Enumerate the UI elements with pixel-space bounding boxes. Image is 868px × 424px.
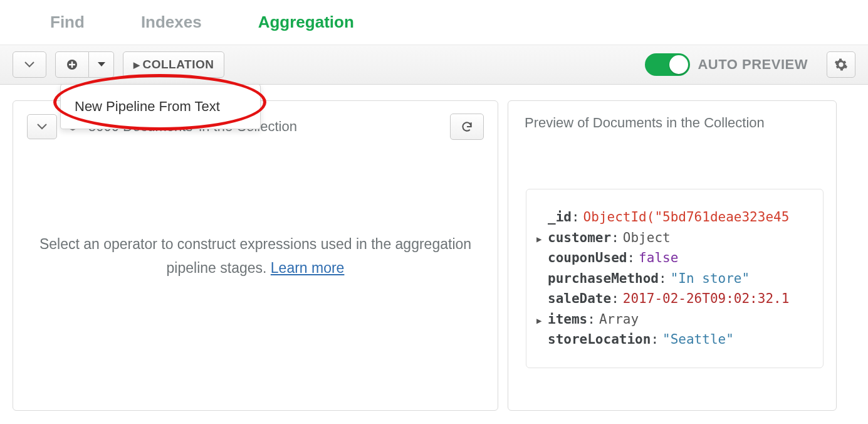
- preview-panel: Preview of Documents in the Collection _…: [508, 100, 837, 411]
- stage-collapse-button[interactable]: [27, 114, 57, 139]
- auto-preview-label: AUTO PREVIEW: [698, 56, 808, 73]
- add-stage-dropdown-menu: New Pipeline From Text: [60, 84, 261, 129]
- stage-placeholder: Select an operator to construct expressi…: [13, 152, 498, 410]
- menu-item-new-pipeline-from-text[interactable]: New Pipeline From Text: [61, 93, 260, 120]
- caret-right-icon: ▶: [536, 233, 548, 246]
- toggle-knob: [669, 55, 688, 74]
- aggregation-toolbar: ▶ COLLATION AUTO PREVIEW: [0, 45, 868, 85]
- content-area: 5000 Documents in the Collection Select …: [0, 85, 868, 424]
- doc-field-couponused: couponUsed: false: [536, 248, 815, 268]
- toolbar-expand-button[interactable]: [13, 51, 46, 78]
- document-preview-card: _id: ObjectId("5bd761deae323e45 ▶ custom…: [526, 189, 824, 368]
- preview-header: Preview of Documents in the Collection: [508, 101, 836, 145]
- doc-field-saledate: saleDate: 2017-02-26T09:02:32.1: [536, 289, 815, 309]
- refresh-icon: [461, 120, 473, 133]
- doc-field-purchasemethod: purchaseMethod: "In store": [536, 268, 815, 289]
- auto-preview-toggle-wrap: AUTO PREVIEW: [645, 53, 808, 76]
- chevron-down-icon: [37, 124, 47, 130]
- doc-field-customer[interactable]: ▶ customer: Object: [536, 228, 815, 248]
- doc-field-items[interactable]: ▶ items: Array: [536, 309, 815, 330]
- tab-find[interactable]: Find: [50, 13, 85, 32]
- doc-field-storelocation: storeLocation: "Seattle": [536, 329, 815, 350]
- refresh-button[interactable]: [450, 114, 484, 140]
- add-stage-button-group: [55, 51, 114, 78]
- tab-bar: Find Indexes Aggregation: [0, 0, 868, 45]
- add-stage-dropdown-button[interactable]: [89, 51, 114, 78]
- collation-label: COLLATION: [143, 58, 214, 72]
- auto-preview-toggle[interactable]: [645, 53, 690, 76]
- learn-more-link[interactable]: Learn more: [271, 260, 345, 276]
- pipeline-stage-panel: 5000 Documents in the Collection Select …: [13, 100, 498, 411]
- plus-circle-icon: [66, 58, 78, 71]
- chevron-down-icon: [24, 61, 34, 68]
- placeholder-text: Select an operator to construct expressi…: [39, 236, 471, 276]
- caret-right-icon: ▶: [133, 60, 140, 70]
- gear-icon: [834, 58, 848, 72]
- tab-aggregation[interactable]: Aggregation: [258, 13, 354, 32]
- caret-right-icon: ▶: [536, 314, 548, 328]
- tab-indexes[interactable]: Indexes: [141, 13, 202, 32]
- add-stage-button[interactable]: [55, 51, 89, 78]
- settings-button[interactable]: [827, 51, 855, 78]
- collation-button[interactable]: ▶ COLLATION: [123, 51, 224, 78]
- caret-down-icon: [98, 62, 105, 67]
- doc-field-id: _id: ObjectId("5bd761deae323e45: [536, 207, 815, 228]
